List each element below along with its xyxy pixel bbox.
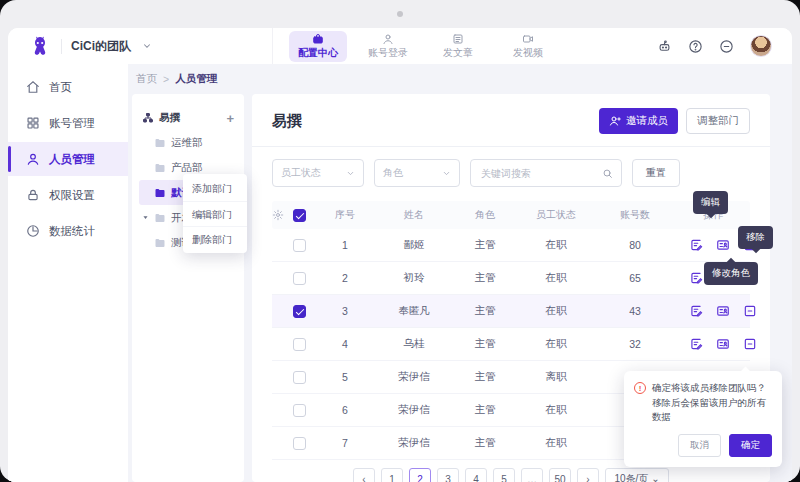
home-icon — [26, 80, 40, 94]
nav-item-label: 权限设置 — [49, 188, 95, 203]
tab-post-video[interactable]: 发视频 — [499, 31, 557, 62]
page-button[interactable]: 1 — [381, 468, 403, 482]
column-header: 员工状态 — [518, 208, 594, 222]
chevron-down-icon[interactable] — [142, 41, 152, 51]
bot-assistant-icon[interactable] — [657, 39, 672, 54]
row-index: 6 — [314, 404, 376, 416]
page-button[interactable]: 3 — [437, 468, 459, 482]
table-row[interactable]: 1鄙姬主管在职80 — [272, 229, 750, 262]
invite-member-label: 邀请成员 — [626, 114, 668, 128]
user-avatar[interactable] — [750, 35, 772, 57]
remove-action-icon[interactable] — [743, 304, 757, 318]
invite-member-button[interactable]: 邀请成员 — [599, 108, 678, 134]
account-count: 43 — [594, 305, 676, 317]
page-button-last[interactable]: 50 — [549, 468, 571, 482]
breadcrumb-home[interactable]: 首页 — [136, 72, 157, 86]
change-role-action-icon[interactable] — [716, 337, 730, 351]
page-size-select[interactable]: 10条/页 ⌄ — [605, 468, 669, 482]
row-checkbox[interactable] — [293, 305, 306, 318]
org-icon — [142, 112, 154, 124]
edit-action-icon[interactable] — [689, 271, 703, 285]
chevron-down-icon — [346, 169, 355, 178]
menu-item-add-department[interactable]: 添加部门 — [183, 176, 247, 201]
pagination-prev[interactable]: ‹ — [353, 468, 375, 482]
folder-icon — [154, 212, 166, 224]
edit-action-icon[interactable] — [689, 238, 703, 252]
camera-notch — [397, 11, 403, 17]
column-settings-gear-icon[interactable] — [272, 209, 284, 222]
caret-down-icon — [142, 214, 149, 221]
member-role: 主管 — [452, 403, 518, 417]
table-row[interactable]: 4乌桂主管在职32 — [272, 328, 750, 361]
tab-label: 配置中心 — [298, 46, 338, 60]
sidebar-item-data-statistics[interactable]: 数据统计 — [8, 214, 128, 248]
panels: 易撰 + 运维部产品部默认部门⋮开发部测试部 添加部门 编辑部门 删除部门 易撰 — [132, 94, 770, 482]
remove-action-icon[interactable] — [743, 337, 757, 351]
team-name[interactable]: CiCi的团队 — [71, 38, 131, 55]
app-logo-mascot-icon — [28, 34, 52, 58]
sidebar-item-account-management[interactable]: 账号管理 — [8, 106, 128, 140]
menu-item-delete-department[interactable]: 删除部门 — [183, 226, 247, 251]
table-row[interactable]: 3奉匿凡主管在职43 — [272, 295, 750, 328]
minimize-circle-icon[interactable] — [719, 39, 734, 54]
article-icon — [452, 33, 464, 45]
row-index: 5 — [314, 371, 376, 383]
select-all-checkbox[interactable] — [293, 209, 306, 222]
folder-icon — [154, 137, 166, 149]
sidebar-nav: 首页账号管理人员管理权限设置数据统计 — [8, 64, 128, 482]
user-icon — [382, 33, 394, 45]
change-role-action-icon[interactable] — [716, 304, 730, 318]
help-icon[interactable] — [688, 39, 703, 54]
row-checkbox[interactable] — [293, 239, 306, 252]
sidebar-item-permission-settings[interactable]: 权限设置 — [8, 178, 128, 212]
row-checkbox[interactable] — [293, 437, 306, 450]
app-body: 首页账号管理人员管理权限设置数据统计 首页 > 人员管理 易撰 + — [8, 64, 792, 482]
edit-action-icon[interactable] — [689, 337, 703, 351]
sidebar-item-home[interactable]: 首页 — [8, 70, 128, 104]
menu-item-edit-department[interactable]: 编辑部门 — [183, 201, 247, 226]
page-button[interactable]: 4 — [465, 468, 487, 482]
row-checkbox[interactable] — [293, 371, 306, 384]
nav-item-label: 首页 — [49, 80, 72, 95]
change-role-action-icon[interactable] — [716, 238, 730, 252]
search-icon[interactable] — [602, 168, 613, 179]
sidebar-item-member-management[interactable]: 人员管理 — [8, 142, 128, 176]
topbar-right — [657, 35, 792, 57]
table-row[interactable]: 2初玲主管在职65 — [272, 262, 750, 295]
page-button[interactable]: 5 — [493, 468, 515, 482]
row-checkbox[interactable] — [293, 404, 306, 417]
role-select[interactable]: 角色 — [374, 159, 460, 187]
tree-item[interactable]: 运维部 — [139, 130, 237, 155]
app-header: CiCi的团队 配置中心账号登录发文章发视频 — [8, 28, 792, 64]
tree-root[interactable]: 易撰 + — [139, 106, 237, 130]
employee-status-select[interactable]: 员工状态 — [272, 159, 364, 187]
row-checkbox[interactable] — [293, 338, 306, 351]
folder-icon — [154, 187, 166, 199]
tab-post-article[interactable]: 发文章 — [429, 31, 487, 62]
confirm-button[interactable]: 确定 — [729, 434, 772, 457]
divider — [252, 146, 770, 147]
member-name: 奉匿凡 — [376, 304, 452, 318]
add-department-icon[interactable]: + — [226, 112, 234, 125]
member-name: 鄙姬 — [376, 238, 452, 252]
adjust-department-label: 调整部门 — [697, 114, 739, 128]
popconfirm-line2: 移除后会保留该用户的所有数据 — [652, 396, 772, 425]
chart-icon — [26, 224, 40, 238]
edit-action-icon[interactable] — [689, 304, 703, 318]
pagination-next[interactable]: › — [577, 468, 599, 482]
page-title: 易撰 — [272, 112, 302, 131]
status-select-placeholder: 员工状态 — [281, 166, 321, 180]
top-tabs: 配置中心账号登录发文章发视频 — [272, 28, 557, 64]
pagination-ellipsis[interactable]: … — [521, 468, 543, 482]
tab-account-login[interactable]: 账号登录 — [359, 31, 417, 62]
row-checkbox[interactable] — [293, 272, 306, 285]
reset-button[interactable]: 重置 — [632, 159, 680, 187]
cancel-button[interactable]: 取消 — [678, 434, 721, 457]
keyword-search-input[interactable] — [479, 167, 589, 180]
member-role: 主管 — [452, 337, 518, 351]
account-count: 32 — [594, 338, 676, 350]
page-button[interactable]: 2 — [409, 468, 431, 482]
adjust-department-button[interactable]: 调整部门 — [686, 108, 750, 134]
tab-config-center[interactable]: 配置中心 — [289, 31, 347, 62]
row-actions — [676, 337, 757, 351]
